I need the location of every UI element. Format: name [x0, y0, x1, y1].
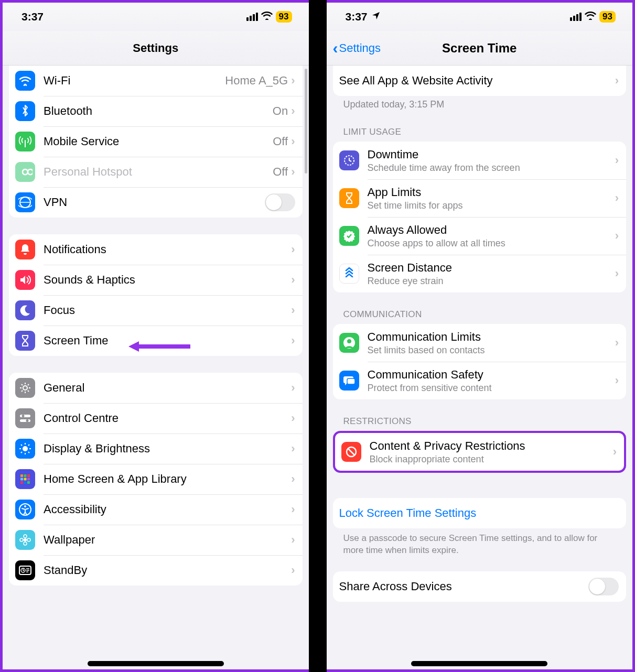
sliders-icon — [15, 408, 35, 428]
row-label: App Limits — [368, 186, 615, 199]
row-comm-safety[interactable]: Communication SafetyProtect from sensiti… — [333, 362, 627, 399]
row-comm-limits[interactable]: Communication LimitsSet limits based on … — [333, 324, 627, 362]
row-label: Communication Limits — [368, 330, 615, 344]
hotspot-icon — [15, 162, 35, 182]
row-label: Personal Hotspot — [44, 165, 273, 179]
section-header-restrict: RESTRICTIONS — [343, 416, 627, 427]
row-sounds[interactable]: Sounds & Haptics › — [9, 265, 303, 295]
row-label: StandBy — [44, 563, 291, 577]
wifi-icon — [585, 12, 596, 23]
chevron-right-icon: › — [291, 165, 295, 179]
row-bluetooth[interactable]: Bluetooth On › — [9, 96, 303, 126]
svg-point-20 — [24, 542, 27, 545]
svg-rect-11 — [24, 478, 27, 481]
row-screen-distance[interactable]: Screen DistanceReduce eye strain › — [333, 255, 627, 292]
cell-signal-icon — [246, 13, 258, 21]
row-standby[interactable]: StandBy › — [9, 555, 303, 586]
row-see-activity[interactable]: See All App & Website Activity › — [333, 66, 627, 96]
row-screen-time[interactable]: Screen Time › — [9, 326, 303, 356]
svg-rect-7 — [20, 474, 23, 477]
svg-rect-28 — [347, 378, 355, 384]
row-label: Content & Privacy Restrictions — [370, 439, 613, 453]
hourglass-icon — [339, 188, 359, 208]
row-label: Accessibility — [44, 503, 291, 516]
lock-note: Use a passcode to secure Screen Time set… — [333, 528, 627, 557]
row-content-privacy[interactable]: Content & Privacy RestrictionsBlock inap… — [335, 433, 625, 471]
scrollbar[interactable] — [305, 69, 307, 174]
chevron-right-icon: › — [291, 381, 295, 395]
settings-group-connectivity: Wi-Fi Home A_5G › Bluetooth On › M — [9, 66, 303, 218]
nav-header: Settings — [3, 31, 309, 66]
row-focus[interactable]: Focus › — [9, 295, 303, 326]
row-display[interactable]: Display & Brightness › — [9, 433, 303, 464]
row-downtime[interactable]: DowntimeSchedule time away from the scre… — [333, 142, 627, 179]
row-accessibility[interactable]: Accessibility › — [9, 494, 303, 525]
row-label: Screen Distance — [368, 261, 615, 275]
svg-point-19 — [24, 535, 27, 538]
row-general[interactable]: General › — [9, 373, 303, 403]
row-notifications[interactable]: Notifications › — [9, 234, 303, 265]
row-wifi[interactable]: Wi-Fi Home A_5G › — [9, 66, 303, 96]
bell-icon — [15, 240, 35, 259]
row-value: Off — [273, 135, 288, 148]
contact-icon — [339, 333, 359, 353]
nav-header: ‹ Settings Screen Time — [327, 31, 633, 66]
row-sublabel: Set time limits for apps — [368, 200, 615, 211]
row-label: Wi-Fi — [44, 74, 225, 88]
svg-point-6 — [23, 446, 28, 451]
vpn-toggle[interactable] — [265, 193, 295, 211]
status-bar: 3:37 93 — [327, 3, 633, 31]
wifi-icon — [15, 71, 35, 91]
messages-icon — [339, 371, 359, 391]
row-label: Screen Time — [44, 334, 291, 348]
row-mobile-service[interactable]: Mobile Service Off › — [9, 126, 303, 157]
row-app-limits[interactable]: App LimitsSet time limits for apps › — [333, 179, 627, 217]
page-title: Screen Time — [442, 41, 516, 56]
updated-text: Updated today, 3:15 PM — [333, 96, 627, 110]
settings-group-attention: Notifications › Sounds & Haptics › Focus… — [9, 234, 303, 356]
row-sublabel: Set limits based on contacts — [368, 345, 615, 356]
status-time: 3:37 — [21, 10, 44, 23]
row-sublabel: Block inappropriate content — [370, 454, 613, 465]
svg-point-1 — [23, 386, 27, 390]
svg-rect-8 — [24, 474, 27, 477]
group-activity: See All App & Website Activity › — [333, 66, 627, 96]
status-time: 3:37 — [346, 10, 368, 23]
wifi-icon — [261, 12, 273, 23]
check-badge-icon — [339, 226, 359, 246]
row-share-devices[interactable]: Share Across Devices — [333, 571, 627, 602]
brightness-icon — [15, 439, 35, 459]
row-label: Share Across Devices — [339, 580, 589, 593]
svg-point-17 — [24, 505, 26, 507]
chevron-right-icon: › — [291, 334, 295, 348]
row-personal-hotspot[interactable]: Personal Hotspot Off › — [9, 157, 303, 187]
row-always-allowed[interactable]: Always AllowedChoose apps to allow at al… — [333, 217, 627, 255]
clock-icon — [15, 560, 35, 580]
row-label: See All App & Website Activity — [339, 74, 615, 88]
chevron-right-icon: › — [291, 472, 295, 486]
svg-point-4 — [22, 415, 25, 417]
svg-point-5 — [26, 419, 29, 422]
home-indicator[interactable] — [411, 661, 547, 666]
back-button[interactable]: ‹ Settings — [333, 41, 381, 55]
svg-rect-3 — [20, 419, 30, 422]
row-vpn[interactable]: VPN — [9, 187, 303, 218]
chevron-right-icon: › — [615, 74, 619, 88]
home-indicator[interactable] — [88, 661, 224, 666]
row-lock-settings[interactable]: Lock Screen Time Settings — [333, 498, 627, 528]
flower-icon — [15, 530, 35, 550]
bluetooth-icon — [15, 101, 35, 121]
moon-icon — [15, 300, 35, 320]
row-control-centre[interactable]: Control Centre › — [9, 403, 303, 433]
section-header-comm: COMMUNICATION — [343, 309, 627, 320]
page-title: Settings — [133, 41, 178, 55]
row-wallpaper[interactable]: Wallpaper › — [9, 525, 303, 555]
phone-settings: 3:37 93 Settings Wi-Fi Home A_5G › — [0, 0, 309, 672]
downtime-icon — [339, 150, 359, 170]
row-label: Sounds & Haptics — [44, 273, 291, 287]
svg-rect-13 — [20, 481, 23, 484]
group-communication: Communication LimitsSet limits based on … — [333, 324, 627, 399]
row-home-screen[interactable]: Home Screen & App Library › — [9, 464, 303, 494]
share-toggle[interactable] — [588, 578, 619, 595]
row-sublabel: Reduce eye strain — [368, 276, 615, 287]
